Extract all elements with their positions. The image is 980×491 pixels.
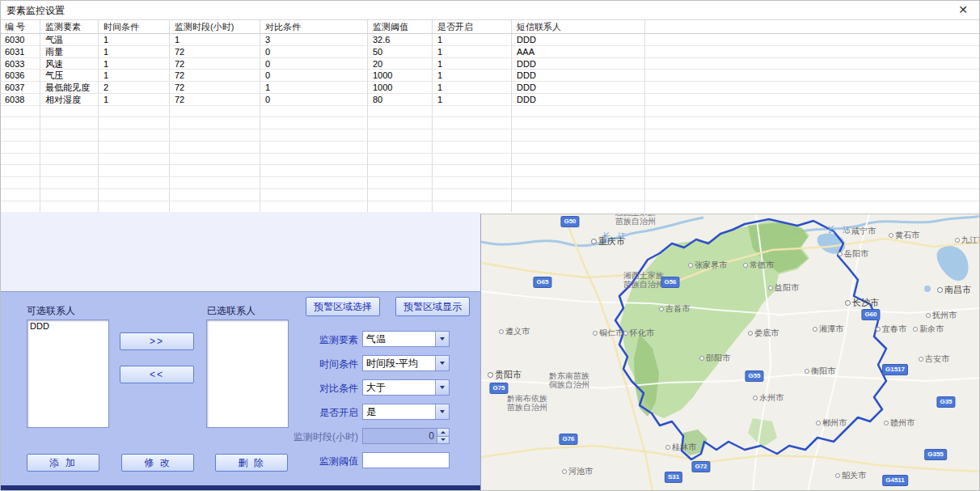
column-header[interactable]: 时间条件 [99, 20, 170, 34]
table-cell: 1 [99, 94, 170, 106]
city-marker-icon [699, 356, 704, 361]
table-cell: 6038 [0, 94, 40, 106]
warning-area-select-button[interactable]: 预警区域选择 [306, 297, 380, 316]
enabled-select[interactable]: 是 [362, 404, 450, 420]
city-marker-icon [591, 239, 597, 244]
table-cell [260, 106, 368, 118]
table-cell: 3 [260, 34, 368, 46]
map-city-label: 永州市 [753, 392, 784, 404]
time-condition-select[interactable]: 时间段-平均 [362, 355, 450, 371]
enabled-value: 是 [363, 404, 435, 419]
map-city-label: 湘潭市 [813, 324, 843, 335]
city-marker-icon [499, 329, 504, 334]
chevron-down-icon [440, 410, 445, 413]
add-button[interactable]: 添 加 [27, 454, 99, 472]
table-cell: 6031 [0, 46, 40, 58]
threshold-input[interactable] [362, 452, 450, 468]
table-cell [368, 201, 433, 213]
list-item[interactable]: DDD [27, 320, 108, 332]
table-cell [170, 142, 260, 154]
spinner-up-button[interactable] [437, 429, 449, 437]
compare-condition-dropdown-button[interactable] [435, 380, 449, 395]
table-cell [433, 177, 512, 189]
modify-button[interactable]: 修 改 [121, 454, 194, 472]
table-cell: 1 [433, 46, 512, 58]
close-icon[interactable]: ✕ [956, 2, 970, 17]
table-cell [368, 154, 433, 166]
table-cell: 1 [99, 58, 170, 70]
table-row [0, 177, 980, 189]
table-cell [645, 82, 980, 94]
table-cell: 6033 [0, 58, 40, 70]
enabled-dropdown-button[interactable] [435, 404, 449, 419]
chevron-down-icon [440, 337, 445, 341]
table-row[interactable]: 6033风速1720201DDD [0, 58, 980, 70]
table-cell [433, 129, 512, 142]
map-city-label: 黔南布依族苗族自治州 [507, 394, 547, 412]
table-cell [645, 117, 980, 129]
city-marker-icon [688, 263, 693, 268]
table-cell [512, 177, 645, 189]
table-cell [512, 201, 645, 213]
column-header[interactable]: 监测阈值 [368, 20, 433, 34]
compare-condition-value: 大于 [363, 380, 435, 395]
map-city-label: 黄石市 [889, 230, 919, 241]
period-spinner[interactable]: 0 [362, 428, 450, 444]
element-dropdown-button[interactable] [435, 332, 449, 346]
city-marker-icon [623, 331, 628, 336]
map-city-label: 邵阳市 [699, 353, 730, 364]
map-city-label: 吉首市 [659, 303, 690, 315]
table-cell: 6036 [0, 70, 40, 82]
move-right-button[interactable]: >> [120, 332, 194, 350]
threshold-label: 监测阈值 [268, 455, 358, 468]
table-cell [512, 154, 645, 166]
map-city-label: 赣州市 [884, 417, 915, 429]
table-cell [433, 201, 512, 213]
table-cell: 1 [433, 82, 512, 94]
map-city-label: 怀化市 [623, 328, 654, 339]
warning-area-show-button[interactable]: 预警区域显示 [395, 297, 470, 316]
table-cell [260, 177, 368, 189]
chevron-up-icon [441, 431, 446, 434]
column-header[interactable]: 监测时段(小时) [170, 20, 260, 34]
table-row[interactable]: 6030气温11332.61DDD [0, 34, 980, 46]
column-header[interactable]: 对比条件 [260, 20, 368, 34]
available-contacts-list[interactable]: DDD [27, 320, 109, 428]
spacer-area [0, 212, 480, 291]
spinner-down-button[interactable] [437, 437, 449, 444]
map-view[interactable]: 重庆市咸宁市黄石市九江市岳阳市张家界市常德市益阳市湘西土家族苗族自治州南昌市吉首… [480, 214, 980, 491]
table-row[interactable]: 6036气压172010001DDD [0, 70, 980, 82]
table-cell: 50 [368, 46, 433, 58]
table-cell: 风速 [40, 58, 99, 70]
table-row[interactable]: 6031雨量1720501AAA [0, 46, 980, 58]
compare-condition-select[interactable]: 大于 [362, 379, 450, 396]
table-cell [645, 46, 980, 58]
table-cell [170, 117, 260, 129]
table-cell [368, 189, 433, 201]
column-header[interactable] [645, 20, 980, 34]
table-cell [368, 117, 433, 129]
map-city-label: 恩施土家族苗族自治州 [615, 214, 656, 226]
table-cell: 0 [260, 70, 368, 82]
table-row[interactable]: 6037最低能见度272110001DDD [0, 82, 980, 94]
table-cell: 1 [433, 58, 512, 70]
table-row[interactable]: 6038相对湿度1720801DDD [0, 94, 980, 106]
map-city-label: 铜仁市 [593, 328, 623, 339]
river-label: 长 江 [827, 224, 853, 235]
column-header[interactable]: 监测要素 [40, 20, 99, 34]
city-marker-icon [593, 331, 598, 336]
element-select[interactable]: 气温 [362, 331, 450, 347]
table-cell: 最低能见度 [40, 82, 99, 94]
column-header[interactable]: 编 号 [0, 20, 40, 34]
table-cell [170, 201, 260, 213]
column-header[interactable]: 是否开启 [433, 20, 512, 34]
table-cell [645, 34, 980, 46]
map-city-label: 新余市 [913, 324, 944, 335]
move-left-button[interactable]: << [120, 366, 194, 383]
table-cell: 1 [433, 70, 512, 82]
time-condition-dropdown-button[interactable] [435, 356, 449, 370]
column-header[interactable]: 短信联系人 [512, 20, 645, 34]
table-cell: 雨量 [40, 46, 99, 58]
table-cell [260, 154, 368, 166]
table-cell [433, 154, 512, 166]
